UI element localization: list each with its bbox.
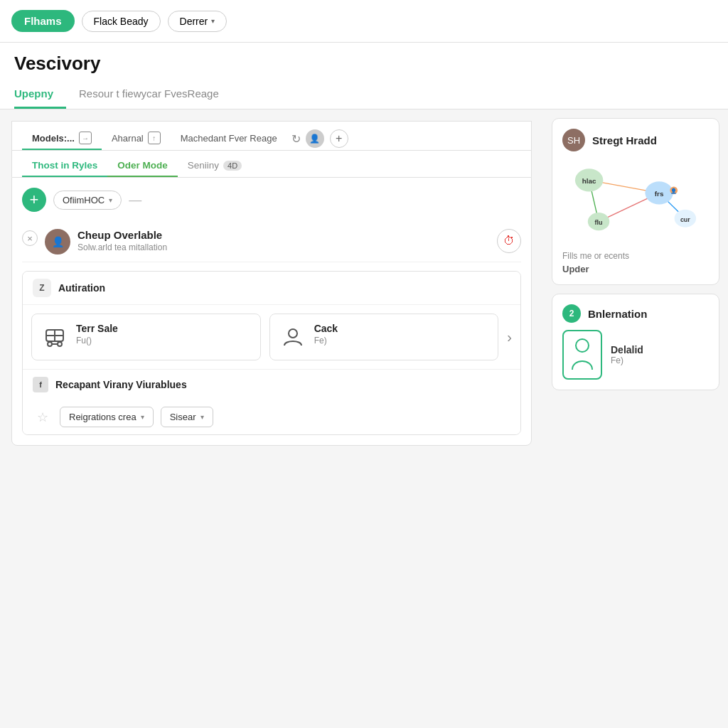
section-autiration-title: Autiration (58, 282, 105, 294)
page-header: Vesсivory Upepny Resour t fiewycar FvesR… (0, 43, 728, 109)
card1-info: Terr Sale Fu() (76, 323, 252, 346)
nav-pill2-label: Derrer (180, 16, 208, 27)
remove-item-button[interactable]: × (22, 230, 38, 246)
svg-text:👤: 👤 (670, 188, 677, 194)
refresh-icon-btn[interactable]: ↻ (287, 129, 306, 148)
svg-text:cur: cur (680, 216, 690, 223)
graph-area: hlac frs flu cur 👤 (562, 159, 709, 244)
section-recapant: f Recapant Virany Viurablues ☆ Reigratio… (23, 370, 520, 434)
svg-point-1 (48, 342, 52, 346)
tab-thost-in-ryles[interactable]: Thost in Ryles (22, 155, 107, 177)
card2-title: Cack (314, 323, 490, 334)
filter1-label: Reigrations crea (69, 412, 136, 422)
page-tabs: Upepny Resour t fiewycar FvesReage (14, 82, 714, 109)
section-letter-z: Z (33, 279, 51, 297)
right-panel: SH Stregt Hradd hlac frs (543, 109, 728, 728)
item-timer-button[interactable]: ⏱ (497, 229, 521, 253)
right-card1-sub-label: Fills me or ecents (562, 251, 709, 261)
grid-card-cack[interactable]: Cack Fe) (269, 314, 499, 360)
filter2-label: Sisear (170, 412, 196, 422)
svg-text:hlac: hlac (582, 177, 596, 185)
add-item-button[interactable]: + (22, 188, 46, 212)
right-card1-link[interactable]: Upder (562, 264, 709, 274)
item-name: Cheup Overlable (77, 229, 490, 241)
right-card1-header: SH Stregt Hradd (562, 129, 709, 151)
profile-name: Delalid (611, 344, 643, 355)
machedant-tab-label: Machedant Fver Reage (181, 133, 277, 144)
right-card1-avatar: SH (562, 129, 585, 151)
svg-text:frs: frs (655, 190, 664, 198)
item-info: Cheup Overlable Solw.arld tea mitallatio… (77, 229, 490, 252)
ofiimhoc-dropdown[interactable]: OfiimHOC ▾ (53, 191, 122, 210)
star-button[interactable]: ☆ (33, 407, 53, 427)
nav-pill1-label: Flack Beady (94, 16, 149, 27)
right-card-stregt-hradd: SH Stregt Hradd hlac frs (552, 118, 719, 285)
right-card2-header: 2 Bnlernation (562, 304, 709, 323)
grid-card-terr-sale[interactable]: Terr Sale Fu() (31, 314, 261, 360)
model-tab-aharnal[interactable]: Aharnal ↑ (102, 127, 171, 150)
section-autiration: Z Autiration (22, 271, 521, 435)
card1-title: Terr Sale (76, 323, 252, 334)
chevron-down-icon: ▾ (109, 196, 112, 204)
profile-figure (562, 330, 602, 380)
section-autiration-header: Z Autiration (23, 272, 520, 305)
brand-button[interactable]: Flhams (11, 10, 75, 32)
main-content: Models:... → Aharnal ↑ Machedant Fver Re… (0, 109, 728, 728)
train-icon (41, 323, 69, 351)
user-avatar-tab: 👤 (306, 129, 324, 148)
chevron-down-icon: ▾ (200, 413, 204, 421)
cards-next-arrow[interactable]: › (507, 329, 512, 346)
add-row: + OfiimHOC ▾ — (22, 188, 521, 212)
card1-sub: Fu() (76, 336, 252, 346)
timer-icon: ⏱ (503, 235, 515, 247)
page-title: Vesсivory (14, 53, 714, 75)
profile-sub: Fe) (611, 355, 643, 365)
main-card: + OfiimHOC ▾ — × 👤 Cheup Overlable Solw.… (11, 177, 532, 446)
person-icon (279, 323, 307, 351)
section-recapant-title: Recapant Virany Viurablues (55, 379, 187, 390)
chevron-down-icon: ▾ (211, 17, 215, 25)
arrow-up-icon: ↑ (148, 132, 161, 144)
svg-point-21 (576, 339, 589, 352)
svg-point-2 (58, 342, 62, 346)
profile-info: Delalid Fe) (611, 344, 643, 365)
badge-circle: 2 (562, 304, 581, 323)
grid-cards: Terr Sale Fu() Cack (23, 305, 520, 370)
tab-seniiny[interactable]: Seniiny 4D (178, 155, 252, 177)
tab-oder-mode[interactable]: Oder Mode (107, 155, 178, 177)
item-row: × 👤 Cheup Overlable Solw.arld tea mitall… (22, 222, 521, 262)
models-tab-label: Models:... (32, 133, 75, 144)
svg-text:flu: flu (595, 219, 603, 226)
tab-upepny[interactable]: Upepny (14, 82, 66, 109)
seniiny-badge: 4D (223, 161, 242, 171)
flack-beady-button[interactable]: Flack Beady (82, 11, 161, 32)
right-card-bnlernation: 2 Bnlernation Delalid Fe) (552, 294, 719, 390)
svg-point-6 (289, 329, 297, 338)
tab-resour[interactable]: Resour t fiewycar FvesReage (79, 82, 232, 109)
filter-reigrations-dropdown[interactable]: Reigrations crea ▾ (60, 407, 154, 427)
model-tabs-bar: Models:... → Aharnal ↑ Machedant Fver Re… (11, 121, 532, 150)
derrer-button[interactable]: Derrer ▾ (168, 11, 228, 32)
item-avatar: 👤 (45, 229, 70, 255)
chevron-down-icon: ▾ (141, 413, 144, 421)
card2-sub: Fe) (314, 336, 490, 346)
arrow-right-icon: → (79, 132, 92, 144)
filter-sisear-dropdown[interactable]: Sisear ▾ (161, 407, 213, 427)
add-tab-button[interactable]: + (330, 129, 348, 148)
model-tab-models[interactable]: Models:... → (22, 127, 102, 150)
profile-row: Delalid Fe) (562, 330, 709, 380)
inner-tabs-row: Thost in Ryles Oder Mode Seniiny 4D (11, 150, 532, 177)
aharnal-tab-label: Aharnal (112, 133, 144, 144)
section-recapant-header: f Recapant Virany Viurablues (23, 370, 520, 400)
section-letter-f: f (33, 377, 48, 392)
item-sub: Solw.arld tea mitallation (77, 242, 490, 252)
top-nav: Flhams Flack Beady Derrer ▾ (0, 0, 728, 43)
dash-separator: — (129, 193, 141, 208)
left-panel: Models:... → Aharnal ↑ Machedant Fver Re… (0, 109, 543, 728)
model-tab-machedant[interactable]: Machedant Fver Reage (171, 129, 287, 149)
right-card1-title: Stregt Hradd (592, 134, 657, 146)
card2-info: Cack Fe) (314, 323, 490, 346)
filter-row: ☆ Reigrations crea ▾ Sisear ▾ (23, 400, 520, 434)
right-card2-title: Bnlernation (588, 308, 647, 320)
